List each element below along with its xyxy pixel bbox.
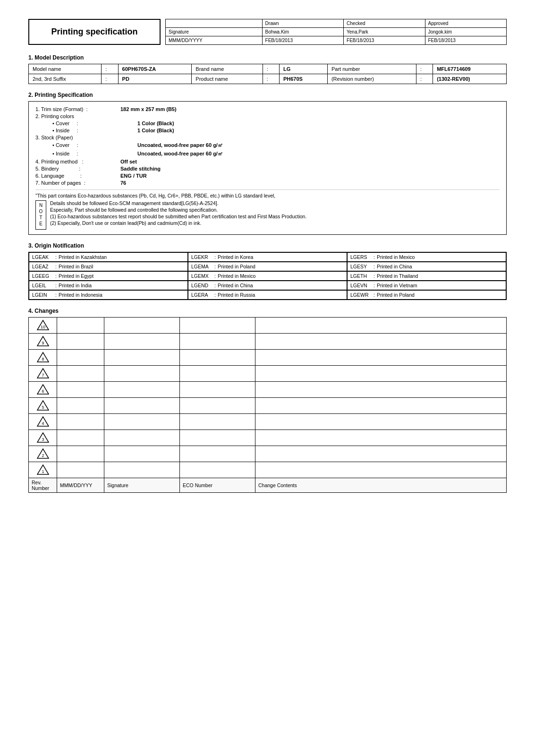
note-line-4: (2) Especially, Don't use or contain lea… xyxy=(50,220,306,226)
note-line-2: Especially, Part should be followed and … xyxy=(50,207,306,213)
origin-lgesy: LGESY : Printed in China xyxy=(347,262,506,271)
origin-lgeil: LGEIL : Printed in India xyxy=(29,281,188,290)
changes-signature-6 xyxy=(104,382,180,398)
approval-signature-label: Signature xyxy=(166,28,263,36)
changes-row-6: 6 xyxy=(29,382,507,398)
approval-drawn-date: FEB/18/2013 xyxy=(262,36,343,45)
notes-lines: Details should be followed Eco-SCM manag… xyxy=(50,200,306,230)
svg-text:1: 1 xyxy=(42,469,44,474)
approval-approved-date: FEB/18/2013 xyxy=(425,36,507,45)
section1-title: 1. Model Description xyxy=(28,54,507,61)
approval-date-row: MMM/DD/YYYY FEB/18/2013 FEB/18/2013 FEB/… xyxy=(166,36,507,45)
part-number-value: MFL67714609 xyxy=(433,64,507,74)
section3-title: 3. Origin Notification xyxy=(28,242,507,249)
spec-printing-method: 4. Printing method : Off set xyxy=(35,159,500,164)
changes-signature-4 xyxy=(104,414,180,430)
origin-lgeak: LGEAK : Printed in Kazakhstan xyxy=(29,252,188,262)
model-description-table: Model name : 60PH670S-ZA Brand name : LG… xyxy=(28,64,507,84)
changes-date-7 xyxy=(57,366,104,382)
changes-row-9: 9 xyxy=(29,334,507,350)
spec-notes: "This part contains Eco-hazardous substa… xyxy=(35,189,500,230)
origin-lgeth: LGETH : Printed in Thailand xyxy=(347,271,506,281)
spec-cover-color: • Cover : 1 Color (Black) xyxy=(52,120,500,126)
changes-contents-10 xyxy=(255,318,507,334)
triangle-icon-3: 3 xyxy=(37,432,49,443)
changes-eco-6 xyxy=(180,382,255,398)
triangle-icon-4: 4 xyxy=(37,416,49,427)
revision-value: (1302-REV00) xyxy=(433,74,507,84)
notes-header-line: "This part contains Eco-hazardous substa… xyxy=(35,193,500,198)
changes-signature-2 xyxy=(104,446,180,462)
changes-date-9 xyxy=(57,334,104,350)
changes-signature-3 xyxy=(104,430,180,446)
spec-trim-size: 1. Trim size (Format) : 182 mm x 257 mm … xyxy=(35,106,500,112)
triangle-icon-1: 1 xyxy=(37,464,49,475)
changes-contents-1 xyxy=(255,462,507,478)
changes-rev-num-10: 10 xyxy=(29,318,57,334)
origin-lgewr: LGEWR : Printed in Poland xyxy=(347,290,506,300)
product-name-value: PH670S xyxy=(279,74,327,84)
changes-signature-9 xyxy=(104,334,180,350)
part-number-label: Part number xyxy=(327,64,416,74)
triangle-icon-8: 8 xyxy=(37,352,49,363)
notes-block: NOTE Details should be followed Eco-SCM … xyxy=(35,200,500,230)
colon5: : xyxy=(263,74,279,84)
triangle-icon-5: 5 xyxy=(37,400,49,411)
note-line-3: (1) Eco-hazardous substances test report… xyxy=(50,214,306,219)
origin-lgema: LGEMA : Printed in Poland xyxy=(188,262,347,271)
changes-rev-num-5: 5 xyxy=(29,398,57,414)
changes-row-4: 4 xyxy=(29,414,507,430)
spec-stock: 3. Stock (Paper) xyxy=(35,135,500,140)
changes-date-1 xyxy=(57,462,104,478)
suffix-value: PD xyxy=(118,74,192,84)
changes-footer-row: Rev. NumberMMM/DD/YYYSignatureECO Number… xyxy=(29,478,507,493)
model-name-value: 60PH670S-ZA xyxy=(118,64,192,74)
changes-row-5: 5 xyxy=(29,398,507,414)
origin-lgeeg: LGEEG : Printed in Egypt xyxy=(29,271,188,281)
changes-eco-10 xyxy=(180,318,255,334)
svg-text:9: 9 xyxy=(42,341,44,345)
changes-eco-3 xyxy=(180,430,255,446)
changes-rev-num-1: 1 xyxy=(29,462,57,478)
changes-row-2: 2 xyxy=(29,446,507,462)
origin-lgevn: LGEVN : Printed in Vietnam xyxy=(347,281,506,290)
spec-cover-stock: • Cover : Uncoated, wood-free paper 60 g… xyxy=(52,142,500,149)
revision-label: (Revision number) xyxy=(327,74,416,84)
origin-lgend: LGEND : Printed in China xyxy=(188,281,347,290)
svg-text:2: 2 xyxy=(42,453,44,458)
changes-rev-num-2: 2 xyxy=(29,446,57,462)
spec-inside-stock: • Inside : Uncoated, wood-free paper 60 … xyxy=(52,150,500,157)
changes-table: 10 9 8 7 6 5 4 3 2 1 Rev. NumberMMM/DD/Y… xyxy=(28,317,507,493)
svg-text:5: 5 xyxy=(42,405,44,410)
origin-lgein: LGEIN : Printed in Indonesia xyxy=(29,290,188,300)
changes-rev-num-8: 8 xyxy=(29,350,57,366)
changes-date-2 xyxy=(57,446,104,462)
origin-lgers: LGERS : Printed in Mexico xyxy=(347,252,506,262)
changes-contents-2 xyxy=(255,446,507,462)
changes-date-5 xyxy=(57,398,104,414)
changes-contents-6 xyxy=(255,382,507,398)
changes-rev-num-9: 9 xyxy=(29,334,57,350)
changes-eco-7 xyxy=(180,366,255,382)
triangle-icon-9: 9 xyxy=(37,335,49,347)
approval-signature-row: Signature Bohwa.Kim Yena.Park Jongok.kim xyxy=(166,28,507,36)
approval-checked-label: Checked xyxy=(344,19,425,28)
triangle-icon-6: 6 xyxy=(37,384,49,395)
origin-table: LGEAK : Printed in Kazakhstan LGEKR : Pr… xyxy=(28,252,507,300)
changes-eco-9 xyxy=(180,334,255,350)
changes-row-3: 3 xyxy=(29,430,507,446)
changes-signature-7 xyxy=(104,366,180,382)
changes-row-10: 10 xyxy=(29,318,507,334)
origin-lgemx: LGEMX : Printed in Mexico xyxy=(188,271,347,281)
changes-footer-cell-0: Rev. Number xyxy=(29,478,57,493)
changes-eco-2 xyxy=(180,446,255,462)
model-row-1: Model name : 60PH670S-ZA Brand name : LG… xyxy=(29,64,507,74)
header: Printing specification Drawn Checked App… xyxy=(28,19,507,45)
model-row-2: 2nd, 3rd Suffix : PD Product name : PH67… xyxy=(29,74,507,84)
changes-contents-9 xyxy=(255,334,507,350)
changes-footer-cell-3: ECO Number xyxy=(180,478,255,493)
approval-table: Drawn Checked Approved Signature Bohwa.K… xyxy=(165,19,507,45)
changes-signature-5 xyxy=(104,398,180,414)
changes-rev-num-4: 4 xyxy=(29,414,57,430)
svg-text:3: 3 xyxy=(42,437,44,442)
